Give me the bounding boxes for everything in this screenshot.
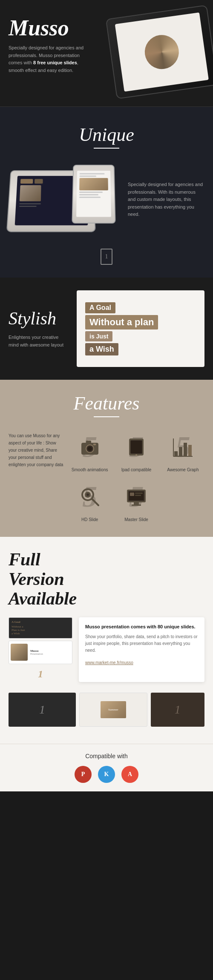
slide-just-text: is Just (85, 331, 112, 341)
feature-label-3: Awesome Graph (167, 467, 199, 472)
features-intro: You can use Musso for any aspect of your… (9, 432, 64, 468)
svg-rect-24 (130, 493, 134, 496)
hero-text: Musso Specially designed for agencies an… (9, 13, 94, 74)
compatible-title: Compatible with (9, 753, 204, 759)
feature-icon-wrap-tablet: 5 (117, 430, 155, 464)
monitor-icon (126, 486, 147, 507)
hero-tablet-image (143, 33, 181, 71)
tablet-portrait-screen (76, 171, 111, 217)
pdf-label: A (128, 771, 132, 778)
unique-underline (94, 148, 119, 149)
fv-info-box: Musso presentation comes with 80 unique … (79, 617, 204, 682)
stylish-text: Stylish Enlightens your creative mind wi… (9, 308, 68, 349)
svg-rect-22 (132, 504, 141, 506)
svg-rect-11 (184, 443, 187, 456)
fv-info-description: Show your portfolio, share data, send a … (85, 633, 198, 654)
feature-label-1: Smooth animations (72, 467, 108, 472)
tablet-portrait (72, 165, 115, 224)
pdf-icon: A (121, 766, 138, 783)
svg-rect-21 (134, 502, 139, 504)
search-icon (79, 486, 101, 507)
hero-title: Musso (9, 17, 94, 39)
compatible-section: Compatible with P K A (0, 744, 213, 791)
hero-description: Specially designed for agencies and prof… (9, 44, 94, 74)
feature-ipad-compatible: 5 Ipad compatible (115, 428, 158, 474)
features-right: 5 Smooth animations 5 (68, 428, 204, 524)
svg-line-17 (92, 499, 98, 505)
stylish-section: Stylish Enlightens your creative mind wi… (0, 278, 213, 380)
bottom-previews: 1 Summer 1 (9, 693, 204, 727)
feature-hd-slide: 5 HD Slide (68, 478, 111, 524)
tablet-icon (126, 436, 147, 458)
svg-rect-9 (174, 451, 178, 456)
svg-rect-3 (86, 441, 91, 444)
unique-section: Unique (0, 107, 213, 278)
feature-label-2: Ipad compatible (121, 467, 152, 472)
unique-tablets (9, 157, 119, 242)
compatible-icons: P K A (9, 766, 204, 783)
slide-plan-text: Without a plan (85, 315, 158, 330)
hero-image (94, 13, 204, 98)
slide-number-icon: 1 (101, 249, 112, 265)
svg-point-7 (135, 454, 137, 456)
stylish-title: Stylish (9, 308, 68, 329)
svg-rect-10 (179, 447, 182, 456)
features-underline (94, 416, 119, 417)
hero-tablet-screen (115, 12, 209, 92)
slide-wish-text: a Wish (85, 343, 118, 355)
svg-rect-4 (93, 444, 96, 445)
feature-icon-wrap-search: 5 (71, 480, 109, 514)
fv-slide-image: Musso Presentation (9, 641, 72, 664)
feature-master-slide: 5 Master Slide (115, 478, 158, 524)
bp-light-1: Summer (79, 693, 147, 727)
feature-label-5: Master Slide (124, 517, 148, 522)
powerpoint-label: P (81, 771, 85, 778)
feature-smooth-animations: 5 Smooth animations (68, 428, 111, 474)
slide-icon-container: 1 (9, 249, 204, 265)
feature-icon-wrap-camera: 5 (71, 430, 109, 464)
svg-rect-26 (135, 495, 141, 496)
keynote-icon: K (98, 766, 115, 783)
keynote-label: K (104, 771, 109, 778)
feature-awesome-graph: 5 Awesome Graph (161, 428, 204, 474)
features-row: You can use Musso for any aspect of your… (9, 428, 204, 524)
svg-rect-25 (135, 493, 143, 494)
portrait-screen-image (79, 178, 108, 190)
bp-num-2: 1 (175, 703, 181, 716)
svg-point-2 (88, 447, 92, 451)
full-version-title: Full Version Available (9, 550, 94, 609)
bp-dark-2: 1 (151, 693, 204, 727)
feature-icon-wrap-chart: 5 (164, 430, 202, 464)
hero-tablet (106, 5, 213, 99)
stylish-description: Enlightens your creative mind with aweso… (9, 334, 68, 349)
camera-icon (79, 436, 101, 458)
features-section: Features You can use Musso for any aspec… (0, 380, 213, 537)
features-grid: 5 Smooth animations 5 (68, 428, 204, 524)
slide-number-text: 1 (105, 253, 108, 260)
hero-section: Musso Specially designed for agencies an… (0, 0, 213, 107)
svg-rect-8 (131, 441, 142, 453)
slide-goal-text: A Goal (85, 302, 115, 313)
fv-slide-dark: A Goal Without a Plan is Just a Wish (9, 617, 72, 639)
fv-link[interactable]: www.market-me.fr/musso (85, 660, 133, 665)
feature-icon-wrap-monitor: 5 (117, 480, 155, 514)
bp-dark-1: 1 (9, 693, 76, 727)
bp-num: 1 (39, 703, 45, 716)
unique-content: Specially designed for agencies and prof… (9, 157, 204, 242)
features-title: Features (9, 393, 204, 414)
powerpoint-icon: P (75, 766, 92, 783)
svg-rect-12 (188, 445, 192, 456)
stylish-slide: A Goal Without a plan is Just a Wish (77, 290, 204, 367)
chart-icon (172, 436, 193, 458)
fv-preview-column: A Goal Without a Plan is Just a Wish Mus… (9, 617, 72, 682)
unique-title: Unique (9, 124, 204, 146)
tablet-screen-image (19, 185, 41, 201)
bp-text: Summer (108, 708, 118, 711)
full-version-content: A Goal Without a Plan is Just a Wish Mus… (9, 617, 204, 682)
feature-label-4: HD Slide (81, 517, 98, 522)
unique-description: Specially designed for agencies and prof… (128, 181, 204, 218)
svg-point-18 (86, 493, 89, 496)
fv-slide-number: 1 (38, 668, 43, 679)
fv-info-title: Musso presentation comes with 80 unique … (85, 624, 198, 630)
full-version-section: Full Version Available A Goal Without a … (0, 537, 213, 744)
